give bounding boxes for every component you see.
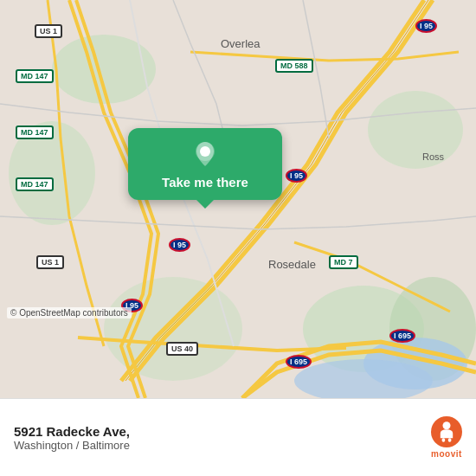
- svg-point-3: [368, 91, 463, 169]
- moovit-logo: moovit: [431, 416, 462, 459]
- svg-rect-19: [448, 438, 452, 442]
- take-me-there-button[interactable]: Take me there: [128, 128, 282, 200]
- road-badge-us40: US 40: [166, 342, 198, 356]
- moovit-label: moovit: [431, 449, 462, 459]
- svg-text:Ross: Ross: [422, 151, 445, 162]
- road-badge-md147-3: MD 147: [16, 177, 54, 191]
- road-badge-i95-top: I 95: [415, 19, 437, 33]
- svg-text:Rosedale: Rosedale: [268, 258, 316, 271]
- road-badge-us1-top: US 1: [35, 24, 62, 38]
- svg-rect-18: [442, 438, 446, 442]
- road-badge-i695-2: I 695: [286, 355, 312, 369]
- road-badge-md588: MD 588: [275, 59, 313, 73]
- map-container: Overlea Rosedale Ross US 1MD 147MD 147MD…: [0, 0, 476, 398]
- road-badge-md147-2: MD 147: [16, 125, 54, 139]
- road-badge-md147-1: MD 147: [16, 69, 54, 83]
- road-badge-i95-2: I 95: [169, 238, 190, 252]
- location-pin-icon: [191, 140, 219, 168]
- city-text: Washington / Baltimore: [14, 439, 421, 452]
- copyright-text: © OpenStreetMap contributors: [7, 307, 132, 318]
- address-block: 5921 Radecke Ave, Washington / Baltimore: [14, 424, 421, 452]
- svg-point-15: [201, 147, 209, 156]
- svg-point-17: [443, 421, 451, 429]
- moovit-icon-svg: [431, 416, 462, 447]
- road-badge-md7: MD 7: [329, 255, 358, 269]
- svg-text:Overlea: Overlea: [221, 37, 261, 50]
- popup-button-label: Take me there: [162, 175, 248, 190]
- road-badge-i95-1: I 95: [286, 169, 307, 183]
- road-badge-us1-low: US 1: [36, 255, 64, 269]
- address-text: 5921 Radecke Ave,: [14, 424, 421, 439]
- info-bar: 5921 Radecke Ave, Washington / Baltimore…: [0, 398, 476, 476]
- road-badge-i695-1: I 695: [389, 329, 415, 343]
